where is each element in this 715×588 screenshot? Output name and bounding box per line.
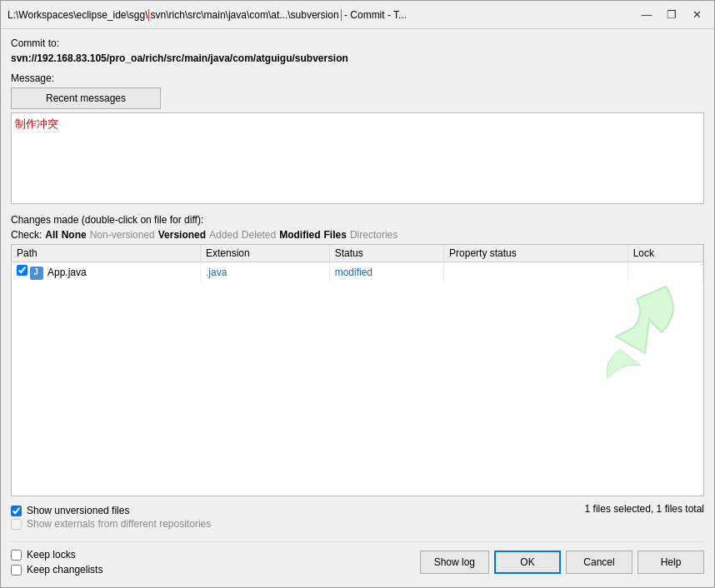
bottom-checkboxes: Show unversioned files Show externals fr…	[11, 505, 211, 530]
bottom-buttons-area: Keep locks Keep changelists Show log OK …	[11, 541, 704, 579]
path-highlight: svn\rich\src\main\java\com\at...\subvers…	[148, 9, 342, 21]
keep-changelists-checkbox[interactable]	[11, 565, 22, 576]
side-checkboxes: Keep locks Keep changelists	[11, 549, 417, 576]
message-section: Message: Recent messages	[11, 72, 704, 204]
changes-section: Changes made (double-click on file for d…	[11, 214, 704, 530]
path-prefix: L:\Workspaces\eclipse_ide\sgg\	[8, 9, 148, 21]
keep-changelists-label: Keep changelists	[27, 564, 102, 576]
file-count-info: 1 files selected, 1 files total	[585, 503, 704, 515]
file-lock-cell	[628, 262, 702, 282]
status-value: modified	[335, 267, 372, 278]
filter-deleted[interactable]: Deleted	[242, 229, 276, 241]
col-lock: Lock	[628, 245, 702, 262]
window-controls: — ❐ ✕	[636, 6, 708, 24]
files-table: Path Extension Status Property status Lo…	[12, 245, 703, 282]
file-checkbox[interactable]	[17, 265, 28, 276]
filter-versioned[interactable]: Versioned	[158, 229, 206, 241]
filter-modified[interactable]: Modified	[279, 229, 320, 241]
commit-to-url: svn://192.168.83.105/pro_oa/rich/src/mai…	[11, 52, 704, 64]
file-path-cell: App.java	[12, 262, 201, 282]
keep-locks-checkbox[interactable]	[11, 550, 22, 561]
filter-directories[interactable]: Directories	[350, 229, 398, 241]
col-extension: Extension	[201, 245, 330, 262]
titlebar: L:\Workspaces\eclipse_ide\sgg\svn\rich\s…	[1, 1, 714, 29]
help-button[interactable]: Help	[638, 551, 704, 574]
show-externals-label: Show externals from different repositori…	[27, 518, 211, 530]
show-unversioned-label: Show unversioned files	[27, 505, 129, 516]
minimize-button[interactable]: —	[636, 6, 658, 24]
filter-all[interactable]: All	[45, 229, 58, 241]
main-content: Commit to: svn://192.168.83.105/pro_oa/r…	[1, 29, 714, 587]
message-label: Message:	[11, 72, 704, 84]
changes-title: Changes made (double-click on file for d…	[11, 214, 704, 226]
titlebar-path: L:\Workspaces\eclipse_ide\sgg\svn\rich\s…	[8, 9, 626, 21]
check-filter-row: Check: All None Non-versioned Versioned …	[11, 229, 704, 241]
commit-window: L:\Workspaces\eclipse_ide\sgg\svn\rich\s…	[0, 0, 715, 588]
close-button[interactable]: ✕	[686, 6, 708, 24]
table-row[interactable]: App.java .java modified	[12, 262, 703, 282]
files-table-container: Path Extension Status Property status Lo…	[11, 244, 704, 496]
recent-messages-button[interactable]: Recent messages	[11, 87, 161, 109]
keep-changelists-row: Keep changelists	[11, 564, 417, 576]
show-unversioned-checkbox[interactable]	[11, 506, 22, 516]
ok-button[interactable]: OK	[494, 551, 561, 574]
show-log-button[interactable]: Show log	[420, 551, 489, 574]
show-externals-checkbox[interactable]	[11, 519, 22, 530]
restore-button[interactable]: ❐	[661, 6, 682, 24]
path-suffix: - Commit - T...	[342, 9, 407, 21]
file-name: App.java	[48, 267, 87, 278]
commit-to-label: Commit to:	[11, 37, 704, 49]
show-unversioned-row: Show unversioned files	[11, 505, 211, 516]
filter-files[interactable]: Files	[324, 229, 347, 241]
message-textarea[interactable]	[11, 112, 704, 204]
extension-value: .java	[206, 267, 227, 278]
show-externals-row: Show externals from different repositori…	[11, 518, 211, 530]
table-header-row: Path Extension Status Property status Lo…	[12, 245, 703, 262]
keep-locks-label: Keep locks	[27, 549, 76, 561]
cancel-button[interactable]: Cancel	[566, 551, 632, 574]
col-status: Status	[329, 245, 443, 262]
java-file-icon	[30, 267, 43, 280]
filter-none[interactable]: None	[62, 229, 87, 241]
check-label: Check:	[11, 229, 42, 241]
file-property-status-cell	[444, 262, 628, 282]
col-path: Path	[12, 245, 201, 262]
filter-added[interactable]: Added	[209, 229, 238, 241]
file-extension-cell: .java	[201, 262, 330, 282]
col-property-status: Property status	[444, 245, 628, 262]
file-status-cell: modified	[329, 262, 443, 282]
keep-locks-row: Keep locks	[11, 549, 417, 561]
filter-non-versioned[interactable]: Non-versioned	[90, 229, 155, 241]
action-buttons: Show log OK Cancel Help	[420, 551, 704, 574]
watermark-icon	[587, 270, 687, 370]
